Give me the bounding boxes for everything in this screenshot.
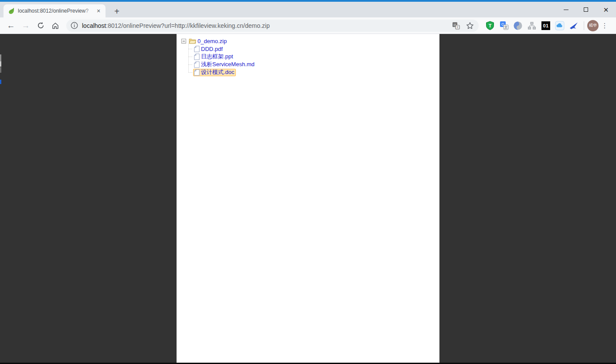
- file-icon: [194, 46, 200, 52]
- tree-file-node: 浅析ServiceMesh.md: [188, 61, 439, 68]
- translate-page-icon[interactable]: G 文: [452, 21, 460, 30]
- root-label: 0_demo.zip: [197, 38, 227, 44]
- tab-title-fade: [84, 7, 93, 14]
- tree-file-node: 日志框架.ppt: [188, 53, 439, 61]
- tab-bar: localhost:8012/onlinePreview? ✕ + ✕: [0, 2, 616, 17]
- page-content: 0_demo.zip DDD.pdf: [0, 34, 616, 363]
- screen-edge-artifact: [0, 80, 1, 84]
- google-translate-extension-icon[interactable]: G 文: [498, 20, 510, 32]
- maximize-button[interactable]: [576, 2, 596, 17]
- bird-extension-icon[interactable]: [568, 20, 580, 32]
- page-info-icon[interactable]: [71, 22, 78, 29]
- browser-window: localhost:8012/onlinePreview? ✕ + ✕ ← → …: [0, 0, 616, 364]
- forward-icon: →: [19, 19, 32, 32]
- url-text[interactable]: localhost:8012/onlinePreview?url=http://…: [82, 22, 446, 29]
- collapse-icon[interactable]: [181, 39, 186, 44]
- cloud-extension-icon[interactable]: [554, 20, 566, 32]
- svg-text:文: 文: [456, 26, 459, 29]
- home-icon[interactable]: [49, 19, 62, 32]
- tree-children: DDD.pdf 日志框架.ppt: [188, 45, 439, 76]
- screen-edge-artifact: [0, 67, 1, 73]
- tab-close-icon[interactable]: ✕: [95, 7, 102, 14]
- screen-edge-artifact: [0, 54, 1, 61]
- svg-text:文: 文: [504, 25, 507, 29]
- swirl-extension-icon[interactable]: [512, 20, 524, 32]
- file-icon: [194, 54, 200, 60]
- toolbar-separator: [584, 21, 584, 30]
- file-label: 日志框架.ppt: [201, 53, 233, 61]
- zip-preview-panel: 0_demo.zip DDD.pdf: [177, 34, 439, 363]
- tree-file-link[interactable]: 浅析ServiceMesh.md: [193, 61, 256, 68]
- tree-file-node: DDD.pdf: [188, 45, 439, 53]
- browser-toolbar: ← → localhost:8012/onlinePreview?url=htt…: [0, 17, 616, 34]
- back-icon[interactable]: ←: [4, 19, 17, 32]
- zero-one-extension-icon[interactable]: 01: [540, 20, 552, 32]
- bookmark-star-icon[interactable]: [466, 21, 474, 30]
- tree-file-node-selected: 设计模式.doc: [188, 68, 439, 76]
- file-icon: [194, 69, 200, 76]
- window-controls: ✕: [556, 2, 616, 17]
- tree-file-link[interactable]: DDD.pdf: [193, 45, 224, 53]
- file-tree: 0_demo.zip DDD.pdf: [181, 37, 439, 76]
- tree-root-node: 0_demo.zip: [181, 37, 439, 45]
- extensions-row: T G 文: [483, 20, 581, 32]
- file-label: 设计模式.doc: [201, 68, 235, 76]
- svg-text:T: T: [489, 23, 492, 28]
- tree-file-link[interactable]: 日志框架.ppt: [193, 53, 235, 61]
- new-tab-button[interactable]: +: [111, 5, 123, 17]
- address-bar[interactable]: localhost:8012/onlinePreview?url=http://…: [66, 20, 479, 32]
- reload-icon[interactable]: [34, 19, 47, 32]
- spring-leaf-favicon: [8, 7, 15, 14]
- browser-tab[interactable]: localhost:8012/onlinePreview? ✕: [3, 4, 106, 17]
- tab-title: localhost:8012/onlinePreview?: [18, 7, 93, 14]
- file-label: 浅析ServiceMesh.md: [201, 61, 255, 68]
- browser-menu-icon[interactable]: ⋮: [599, 20, 610, 32]
- screen-edge-artifact: [0, 61, 1, 67]
- sitemap-extension-icon[interactable]: [526, 20, 538, 32]
- file-icon: [194, 61, 200, 68]
- folder-open-icon: [189, 38, 196, 44]
- profile-avatar[interactable]: 精华: [587, 20, 599, 31]
- tree-file-link-selected[interactable]: 设计模式.doc: [193, 69, 236, 76]
- minimize-button[interactable]: [556, 2, 576, 17]
- window-close-button[interactable]: ✕: [596, 2, 616, 17]
- tree-root-link[interactable]: 0_demo.zip: [188, 37, 228, 45]
- file-label: DDD.pdf: [201, 46, 223, 52]
- shield-t-extension-icon[interactable]: T: [484, 20, 496, 32]
